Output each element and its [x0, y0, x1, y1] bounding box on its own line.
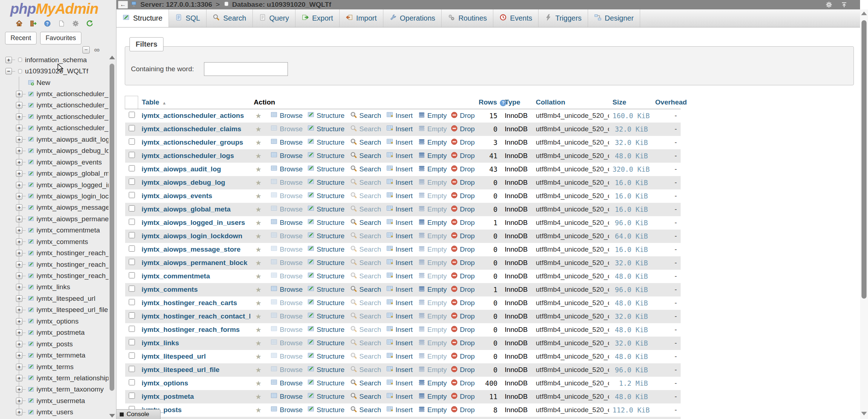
- row-checkbox[interactable]: [129, 179, 135, 185]
- structure-link[interactable]: Structure: [307, 299, 345, 307]
- tab-events[interactable]: Events: [493, 9, 539, 27]
- table-name-link[interactable]: iymtx_actionscheduler_actions: [142, 112, 244, 119]
- sidebar-table-item[interactable]: +iymtx_aiowps_global_meta: [0, 168, 109, 179]
- browse-link[interactable]: Browse: [271, 352, 303, 361]
- main-scrollbar-thumb[interactable]: [861, 20, 867, 299]
- row-checkbox[interactable]: [129, 165, 135, 171]
- sidebar-table-item[interactable]: +iymtx_links: [0, 282, 109, 293]
- row-checkbox[interactable]: [129, 339, 135, 345]
- sort-type-link[interactable]: Type: [505, 98, 520, 106]
- drop-link[interactable]: Drop: [451, 205, 475, 214]
- insert-link[interactable]: Insert: [386, 205, 413, 214]
- browse-link[interactable]: Browse: [271, 325, 303, 334]
- expand-icon[interactable]: +: [16, 193, 22, 200]
- sidebar-table-item[interactable]: +iymtx_actionscheduler_groups: [0, 111, 109, 122]
- tab-search[interactable]: Search: [207, 9, 252, 27]
- sort-overhead-link[interactable]: Overhead: [655, 98, 687, 106]
- favorite-star-icon[interactable]: ★: [250, 337, 267, 350]
- scroll-up-icon[interactable]: [861, 12, 867, 15]
- browse-link[interactable]: Browse: [271, 178, 303, 187]
- sidebar-table-item[interactable]: +iymtx_postmeta: [0, 327, 109, 338]
- table-name-link[interactable]: iymtx_aiowps_message_store: [142, 245, 241, 253]
- favourites-button[interactable]: Favourites: [40, 32, 81, 44]
- structure-link[interactable]: Structure: [307, 339, 345, 347]
- expand-icon[interactable]: +: [16, 273, 22, 279]
- row-checkbox[interactable]: [129, 205, 135, 211]
- sidebar-database-item[interactable]: +information_schema: [0, 54, 109, 65]
- search-link[interactable]: Search: [350, 218, 381, 227]
- search-link[interactable]: Search: [350, 138, 381, 147]
- empty-link[interactable]: Empty: [418, 365, 447, 375]
- table-name-link[interactable]: iymtx_hostinger_reach_contact_lists: [142, 312, 250, 320]
- table-name-link[interactable]: iymtx_actionscheduler_groups: [142, 138, 243, 146]
- search-link[interactable]: Search: [350, 258, 381, 268]
- sidebar-table-item[interactable]: +iymtx_aiowps_audit_log: [0, 134, 109, 145]
- browse-link[interactable]: Browse: [271, 165, 303, 174]
- search-link[interactable]: Search: [350, 325, 381, 334]
- browse-link[interactable]: Browse: [271, 272, 303, 281]
- tab-query[interactable]: Query: [253, 9, 295, 27]
- expand-icon[interactable]: +: [16, 147, 22, 154]
- browse-link[interactable]: Browse: [271, 406, 303, 414]
- search-link[interactable]: Search: [350, 245, 381, 254]
- drop-link[interactable]: Drop: [451, 232, 475, 241]
- sidebar-table-item[interactable]: +iymtx_actionscheduler_logs: [0, 123, 109, 134]
- phpmyadmin-logo[interactable]: phpMyAdmin: [0, 1, 109, 17]
- tab-structure[interactable]: Structure: [116, 9, 169, 27]
- insert-link[interactable]: Insert: [386, 258, 413, 267]
- gear-icon[interactable]: [825, 1, 833, 8]
- empty-link[interactable]: Empty: [418, 125, 447, 134]
- favorite-star-icon[interactable]: ★: [250, 216, 267, 230]
- docs-icon[interactable]: [57, 19, 66, 28]
- insert-link[interactable]: Insert: [386, 379, 413, 388]
- search-link[interactable]: Search: [350, 205, 381, 214]
- insert-link[interactable]: Insert: [386, 245, 413, 254]
- favorite-star-icon[interactable]: ★: [250, 230, 267, 243]
- search-link[interactable]: Search: [350, 352, 381, 361]
- collapse-top-icon[interactable]: [841, 1, 848, 8]
- structure-link[interactable]: Structure: [307, 258, 345, 267]
- structure-link[interactable]: Structure: [307, 165, 345, 174]
- search-link[interactable]: Search: [350, 178, 381, 187]
- sidebar-database-item[interactable]: −u109391020_WQLTf: [0, 65, 109, 77]
- structure-link[interactable]: Structure: [307, 151, 345, 160]
- insert-link[interactable]: Insert: [386, 178, 413, 187]
- favorite-star-icon[interactable]: ★: [250, 189, 267, 203]
- structure-link[interactable]: Structure: [307, 272, 345, 281]
- empty-link[interactable]: Empty: [418, 272, 447, 281]
- row-checkbox[interactable]: [129, 245, 135, 252]
- tab-import[interactable]: Import: [340, 9, 383, 27]
- sidebar-table-item[interactable]: +iymtx_usermeta: [0, 395, 109, 406]
- tab-export[interactable]: Export: [295, 9, 340, 27]
- insert-link[interactable]: Insert: [386, 312, 413, 321]
- table-name-link[interactable]: iymtx_actionscheduler_logs: [142, 152, 234, 159]
- favorite-star-icon[interactable]: ★: [250, 390, 267, 403]
- structure-link[interactable]: Structure: [307, 406, 345, 414]
- favorite-star-icon[interactable]: ★: [250, 243, 267, 256]
- expand-icon[interactable]: +: [16, 352, 22, 359]
- browse-link[interactable]: Browse: [271, 339, 303, 347]
- drop-link[interactable]: Drop: [451, 379, 475, 388]
- insert-link[interactable]: Insert: [386, 365, 413, 374]
- insert-link[interactable]: Insert: [386, 392, 413, 401]
- structure-link[interactable]: Structure: [307, 352, 345, 361]
- expand-icon[interactable]: +: [16, 329, 22, 336]
- drop-link[interactable]: Drop: [451, 151, 475, 161]
- favorite-star-icon[interactable]: ★: [250, 256, 267, 270]
- table-name-link[interactable]: iymtx_options: [142, 379, 188, 387]
- expand-icon[interactable]: +: [16, 216, 22, 222]
- empty-link[interactable]: Empty: [418, 379, 447, 388]
- expand-icon[interactable]: +: [16, 91, 22, 97]
- empty-link[interactable]: Empty: [418, 205, 447, 214]
- expand-icon[interactable]: +: [16, 227, 22, 234]
- empty-link[interactable]: Empty: [418, 245, 447, 254]
- sort-collation-link[interactable]: Collation: [536, 98, 565, 106]
- sidebar-table-item[interactable]: +iymtx_hostinger_reach_contact_lists: [0, 259, 109, 270]
- favorite-star-icon[interactable]: ★: [250, 283, 267, 296]
- console-bar[interactable]: Console: [116, 409, 161, 419]
- drop-link[interactable]: Drop: [451, 165, 475, 174]
- sidebar-table-item[interactable]: +iymtx_litespeed_url_file: [0, 304, 109, 316]
- search-link[interactable]: Search: [350, 392, 381, 401]
- drop-link[interactable]: Drop: [451, 272, 475, 281]
- search-link[interactable]: Search: [350, 339, 381, 348]
